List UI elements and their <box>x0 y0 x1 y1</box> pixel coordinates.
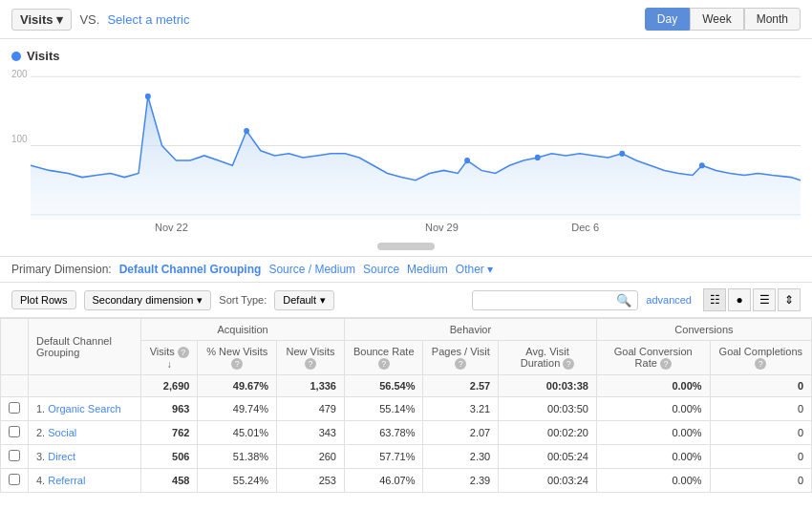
row-channel-link[interactable]: Direct <box>48 451 75 462</box>
row-goal-completions: 0 <box>710 469 811 493</box>
total-visits: 2,690 <box>141 375 198 397</box>
chart-point-3 <box>464 158 470 163</box>
row-name-cell: 1. Organic Search <box>29 397 141 421</box>
source-link[interactable]: Source <box>363 263 399 276</box>
total-avg-visit-dur: 00:03:38 <box>499 375 597 397</box>
table-controls: Plot Rows Secondary dimension ▾ Sort Typ… <box>0 283 812 318</box>
row-goal-conv-rate: 0.00% <box>596 445 710 469</box>
comparison-view-button[interactable]: ⇕ <box>778 288 801 311</box>
row-pct-new-visits: 45.01% <box>198 421 277 445</box>
row-number: 3. <box>36 451 45 462</box>
total-goal-completions: 0 <box>710 375 811 397</box>
x-axis: Nov 22 Nov 29 Dec 6 <box>11 220 801 241</box>
scroll-indicator[interactable] <box>377 243 435 250</box>
list-view-button[interactable]: ☰ <box>753 288 776 311</box>
vs-text: VS. <box>79 12 99 27</box>
y-label-100: 100 <box>11 134 28 144</box>
row-goal-completions: 0 <box>710 397 811 421</box>
x-label-nov29: Nov 29 <box>370 222 513 233</box>
row-channel-link[interactable]: Social <box>48 427 76 438</box>
goal-completions-help-icon[interactable]: ? <box>755 358 766 370</box>
row-channel-link[interactable]: Referral <box>48 475 85 486</box>
visits-label: Visits <box>20 12 53 27</box>
row-checkbox-3[interactable] <box>9 450 20 461</box>
avg-visit-dur-col-header[interactable]: Avg. Visit Duration ? <box>499 341 597 375</box>
goal-completions-col-header[interactable]: Goal Completions ? <box>710 341 811 375</box>
row-checkbox-4[interactable] <box>9 474 20 485</box>
month-button[interactable]: Month <box>744 8 801 31</box>
globe-view-button[interactable]: ● <box>728 288 751 311</box>
source-medium-link[interactable]: Source / Medium <box>268 263 355 276</box>
row-goal-completions: 0 <box>710 421 811 445</box>
row-goal-completions: 0 <box>710 445 811 469</box>
avg-visit-help-icon[interactable]: ? <box>563 358 574 370</box>
row-number: 2. <box>36 427 45 438</box>
visits-help-icon[interactable]: ? <box>178 347 189 358</box>
row-checkbox-2[interactable] <box>9 426 20 437</box>
metric-selector: Visits ▾ VS. Select a metric <box>11 9 189 31</box>
week-button[interactable]: Week <box>690 8 743 31</box>
pages-visit-help-icon[interactable]: ? <box>455 358 466 370</box>
row-channel-link[interactable]: Organic Search <box>48 403 120 414</box>
row-bounce-rate: 63.78% <box>344 421 422 445</box>
secondary-dimension-button[interactable]: Secondary dimension ▾ <box>84 290 212 310</box>
chart-legend: Visits <box>11 49 801 63</box>
visits-dropdown[interactable]: Visits ▾ <box>11 9 72 31</box>
bounce-rate-help-icon[interactable]: ? <box>378 358 390 370</box>
other-link[interactable]: Other ▾ <box>456 263 493 276</box>
row-checkbox-cell[interactable] <box>1 445 29 469</box>
total-pages-visit: 2.57 <box>423 375 499 397</box>
legend-dot-icon <box>11 52 21 61</box>
other-arrow-icon: ▾ <box>487 263 493 276</box>
bounce-rate-col-header[interactable]: Bounce Rate ? <box>344 341 422 375</box>
pages-visit-col-header[interactable]: Pages / Visit ? <box>423 341 499 375</box>
row-checkbox-cell[interactable] <box>1 421 29 445</box>
row-goal-conv-rate: 0.00% <box>596 469 710 493</box>
y-label-200: 200 <box>11 69 28 79</box>
row-avg-visit-dur: 00:05:24 <box>499 445 597 469</box>
row-new-visits: 260 <box>277 445 345 469</box>
search-input[interactable] <box>479 294 612 306</box>
medium-link[interactable]: Medium <box>407 263 448 276</box>
data-table: Default Channel Grouping Acquisition Beh… <box>0 318 812 493</box>
table-row: 3. Direct 506 51.38% 260 57.71% 2.30 00:… <box>1 445 812 469</box>
chart-point-4 <box>535 155 541 160</box>
row-checkbox-1[interactable] <box>9 402 20 414</box>
chart-point-peak <box>145 94 151 99</box>
row-checkbox-cell[interactable] <box>1 469 29 493</box>
total-pct-new-visits: 49.67% <box>198 375 277 397</box>
new-visits-help-icon[interactable]: ? <box>305 358 316 370</box>
default-channel-grouping-link[interactable]: Default Channel Grouping <box>119 263 262 276</box>
scroll-bar-area <box>11 241 801 256</box>
row-visits: 762 <box>141 421 198 445</box>
row-bounce-rate: 57.71% <box>344 445 422 469</box>
row-checkbox-cell[interactable] <box>1 397 29 421</box>
new-visits-col-header[interactable]: New Visits ? <box>277 341 345 375</box>
row-avg-visit-dur: 00:03:24 <box>499 469 597 493</box>
plot-rows-button[interactable]: Plot Rows <box>11 290 76 309</box>
dropdown-arrow-icon: ▾ <box>56 12 63 27</box>
row-pages-visit: 2.39 <box>423 469 499 493</box>
goal-conv-help-icon[interactable]: ? <box>660 358 672 370</box>
chart-point-2 <box>244 128 249 134</box>
pct-new-visits-help-icon[interactable]: ? <box>231 358 243 370</box>
row-visits: 506 <box>141 445 198 469</box>
total-goal-conv-rate: 0.00% <box>596 375 710 397</box>
visits-col-header[interactable]: Visits ? ↓ <box>141 341 198 375</box>
select-metric-link[interactable]: Select a metric <box>107 12 189 27</box>
primary-dimension-label: Primary Dimension: <box>11 263 112 276</box>
pct-new-visits-col-header[interactable]: % New Visits ? <box>198 341 277 375</box>
grid-view-button[interactable]: ☷ <box>703 288 726 311</box>
total-bounce-rate: 56.54% <box>344 375 422 397</box>
goal-conv-rate-col-header[interactable]: Goal Conversion Rate ? <box>596 341 710 375</box>
row-avg-visit-dur: 00:02:20 <box>499 421 597 445</box>
total-checkbox-cell <box>1 375 29 397</box>
x-label-nov22: Nov 22 <box>31 222 370 233</box>
table-row: 4. Referral 458 55.24% 253 46.07% 2.39 0… <box>1 469 812 493</box>
advanced-link[interactable]: advanced <box>646 294 692 306</box>
search-icon: 🔍 <box>616 293 631 308</box>
row-number: 1. <box>36 403 45 414</box>
sort-default-button[interactable]: Default ▾ <box>274 290 334 310</box>
secondary-dim-arrow-icon: ▾ <box>197 294 203 307</box>
day-button[interactable]: Day <box>645 8 690 31</box>
